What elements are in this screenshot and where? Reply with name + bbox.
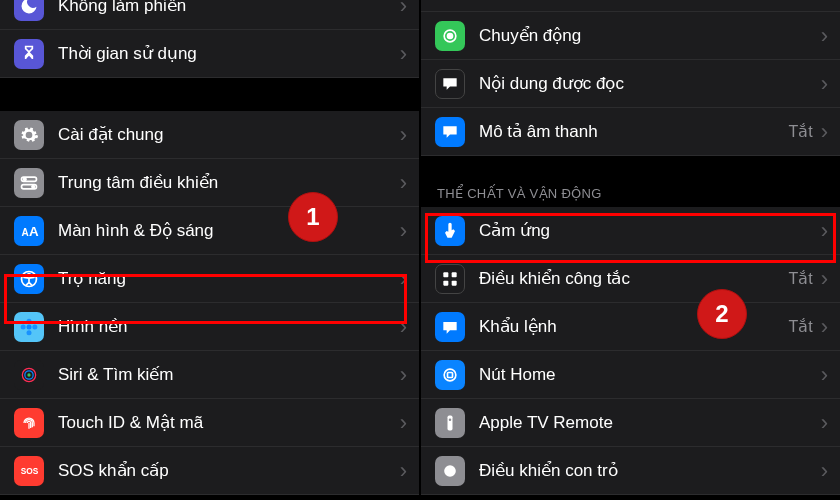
chevron-right-icon: ›	[821, 316, 828, 338]
row-label: Cài đặt chung	[58, 124, 400, 145]
row-control-center[interactable]: Trung tâm điều khiển ›	[0, 159, 419, 207]
chevron-right-icon: ›	[821, 121, 828, 143]
row-audio-desc[interactable]: Mô tả âm thanh Tắt ›	[421, 108, 840, 156]
row-voice-control[interactable]: Khẩu lệnh Tắt ›	[421, 303, 840, 351]
sos-icon: SOS	[14, 456, 44, 486]
chevron-right-icon: ›	[821, 460, 828, 482]
row-label: Cảm ứng	[479, 220, 821, 241]
row-switch-control[interactable]: Điều khiển công tắc Tắt ›	[421, 255, 840, 303]
remote-icon	[435, 408, 465, 438]
accessibility-icon	[14, 264, 44, 294]
row-display[interactable]: AA Màn hình & Độ sáng ›	[0, 207, 419, 255]
row-general[interactable]: Cài đặt chung ›	[0, 111, 419, 159]
annotation-badge-2: 2	[697, 289, 747, 339]
row-label: Không làm phiền	[58, 0, 400, 16]
svg-point-3	[32, 185, 35, 188]
row-spoken-content[interactable]: Nội dung được đọc ›	[421, 60, 840, 108]
svg-point-15	[27, 373, 30, 376]
moon-icon	[14, 0, 44, 21]
row-label: SOS khẩn cấp	[58, 460, 400, 481]
svg-point-32	[449, 418, 452, 421]
row-label: Điều khiển con trỏ	[479, 460, 821, 481]
chevron-right-icon: ›	[821, 25, 828, 47]
chevron-right-icon: ›	[821, 412, 828, 434]
row-touch-id[interactable]: Touch ID & Mật mã ›	[0, 399, 419, 447]
row-label: Apple TV Remote	[479, 413, 821, 433]
svg-point-7	[28, 273, 31, 276]
chevron-right-icon: ›	[400, 412, 407, 434]
chevron-right-icon: ›	[821, 73, 828, 95]
chevron-right-icon: ›	[821, 268, 828, 290]
svg-point-12	[32, 324, 37, 329]
row-pointer-control[interactable]: Điều khiển con trỏ ›	[421, 447, 840, 495]
row-sos[interactable]: SOS SOS khẩn cấp ›	[0, 447, 419, 495]
row-wallpaper[interactable]: Hình nền ›	[0, 303, 419, 351]
chevron-right-icon: ›	[400, 172, 407, 194]
svg-point-9	[27, 318, 32, 323]
row-siri[interactable]: Siri & Tìm kiếm ›	[0, 351, 419, 399]
svg-rect-30	[448, 372, 453, 377]
svg-point-1	[24, 178, 27, 181]
row-label: Trợ năng	[58, 268, 400, 289]
row-do-not-disturb[interactable]: Không làm phiền ›	[0, 0, 419, 30]
fingerprint-icon	[14, 408, 44, 438]
svg-rect-28	[452, 324, 453, 327]
svg-point-11	[21, 324, 26, 329]
section-gap	[421, 156, 840, 178]
row-label: Điều khiển công tắc	[479, 268, 788, 289]
row-value: Tắt	[788, 269, 812, 288]
settings-right-panel: Chuyển động › Nội dung được đọc › Mô tả …	[421, 0, 840, 500]
svg-point-19	[447, 129, 449, 131]
voice-icon	[435, 312, 465, 342]
switches-icon	[14, 168, 44, 198]
svg-point-18	[448, 33, 453, 38]
svg-text:SOS: SOS	[21, 466, 39, 476]
svg-rect-29	[444, 369, 456, 381]
row-label: Trung tâm điều khiển	[58, 172, 400, 193]
row-accessibility[interactable]: Trợ năng ›	[0, 255, 419, 303]
speech-icon	[435, 69, 465, 99]
audio-bubble-icon	[435, 117, 465, 147]
row-touch[interactable]: Cảm ứng ›	[421, 207, 840, 255]
row-apple-tv-remote[interactable]: Apple TV Remote ›	[421, 399, 840, 447]
svg-rect-31	[448, 415, 453, 430]
section-header-physical: THỂ CHẤT VÀ VẬN ĐỘNG	[421, 178, 840, 207]
chevron-right-icon: ›	[400, 124, 407, 146]
svg-point-33	[444, 465, 456, 477]
annotation-badge-1: 1	[288, 192, 338, 242]
row-value: Tắt	[788, 122, 812, 141]
home-button-icon	[435, 360, 465, 390]
chevron-right-icon: ›	[400, 0, 407, 17]
svg-rect-27	[449, 323, 450, 328]
svg-rect-24	[443, 280, 448, 285]
row-label: Siri & Tìm kiếm	[58, 364, 400, 385]
svg-rect-26	[447, 324, 448, 327]
svg-rect-25	[452, 280, 457, 285]
chevron-right-icon: ›	[821, 220, 828, 242]
row-home-button[interactable]: Nút Home ›	[421, 351, 840, 399]
siri-icon	[14, 360, 44, 390]
row-label: Màn hình & Độ sáng	[58, 220, 400, 241]
chevron-right-icon: ›	[400, 460, 407, 482]
svg-rect-22	[443, 272, 448, 277]
svg-text:A: A	[22, 227, 29, 238]
gear-icon	[14, 120, 44, 150]
chevron-right-icon: ›	[821, 364, 828, 386]
chevron-right-icon: ›	[400, 268, 407, 290]
section-gap	[0, 78, 419, 111]
settings-left-panel: Không làm phiền › Thời gian sử dụng › Cà…	[0, 0, 421, 500]
hourglass-icon	[14, 39, 44, 69]
row-motion[interactable]: Chuyển động ›	[421, 12, 840, 60]
row-label: Chuyển động	[479, 25, 821, 46]
chevron-right-icon: ›	[400, 220, 407, 242]
svg-point-10	[27, 330, 32, 335]
chevron-right-icon: ›	[400, 316, 407, 338]
svg-point-20	[450, 129, 452, 131]
svg-point-8	[27, 324, 32, 329]
row-label: Touch ID & Mật mã	[58, 412, 400, 433]
row-label: Thời gian sử dụng	[58, 43, 400, 64]
pointer-icon	[435, 456, 465, 486]
row-label: Hình nền	[58, 316, 400, 337]
row-screen-time[interactable]: Thời gian sử dụng ›	[0, 30, 419, 78]
flower-icon	[14, 312, 44, 342]
